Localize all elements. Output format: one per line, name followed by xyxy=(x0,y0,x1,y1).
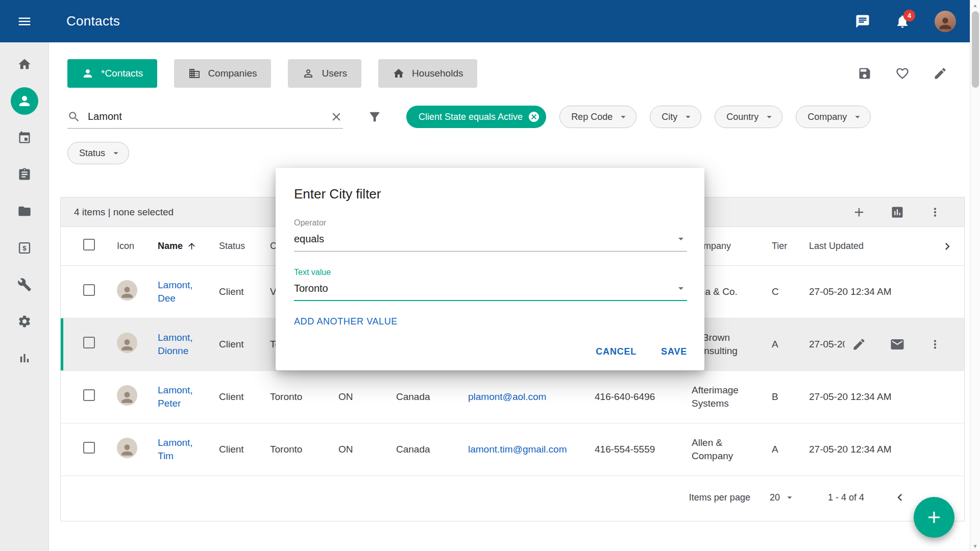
previous-page-button[interactable] xyxy=(893,490,907,505)
add-another-value-button[interactable]: ADD ANOTHER VALUE xyxy=(294,316,398,327)
wrench-icon xyxy=(17,278,32,292)
chart-view-button[interactable] xyxy=(890,205,904,219)
chip-company[interactable]: Company xyxy=(796,106,871,128)
close-icon xyxy=(330,110,343,123)
more-options-button[interactable] xyxy=(928,206,942,219)
search-input[interactable] xyxy=(88,111,323,122)
row-more-options-button[interactable] xyxy=(928,338,942,351)
add-column-button[interactable] xyxy=(852,205,866,219)
chip-client-state-active[interactable]: Client State equals Active xyxy=(406,106,546,128)
tab-companies[interactable]: Companies xyxy=(174,59,271,88)
last-updated-cell: 27-05-20 12:34 AM xyxy=(809,390,937,404)
contact-name-link[interactable]: Lamont, Dionne xyxy=(158,331,207,357)
header-tier[interactable]: Tier xyxy=(772,240,809,252)
last-updated-cell: 27-05-20 12:34 AM xyxy=(809,443,937,456)
sidebar-item-tasks[interactable] xyxy=(11,161,38,188)
chip-city[interactable]: City xyxy=(650,106,701,128)
select-all-checkbox[interactable] xyxy=(83,239,95,251)
scrollbar-thumb[interactable] xyxy=(972,11,979,88)
tab-contacts[interactable]: *Contacts xyxy=(67,59,157,88)
user-avatar[interactable] xyxy=(935,11,956,32)
search-filter-row: Client State equals Active Rep Code City… xyxy=(67,105,966,129)
email-contact-button[interactable] xyxy=(890,337,905,352)
header-status[interactable]: Status xyxy=(219,240,270,252)
tier-cell: A xyxy=(772,443,809,456)
company-cell: Afterimage Systems xyxy=(692,384,772,410)
row-checkbox[interactable] xyxy=(83,389,95,401)
sidebar-item-contacts[interactable] xyxy=(11,87,38,115)
tab-households[interactable]: Households xyxy=(378,59,477,88)
chip-label: Rep Code xyxy=(571,112,612,122)
chat-button[interactable] xyxy=(855,14,870,29)
contact-name-link[interactable]: Lamont, Dee xyxy=(158,279,207,305)
chevron-left-icon xyxy=(893,490,907,505)
chip-rep-code[interactable]: Rep Code xyxy=(559,106,636,128)
items-per-page-value: 20 xyxy=(770,492,780,503)
search-icon xyxy=(67,110,81,123)
operator-value: equals xyxy=(294,233,324,245)
chip-status[interactable]: Status xyxy=(67,142,129,164)
pencil-icon xyxy=(933,66,947,81)
header-icon[interactable]: Icon xyxy=(117,240,158,252)
row-checkbox[interactable] xyxy=(83,284,95,296)
chip-country[interactable]: Country xyxy=(715,106,782,128)
table-row[interactable]: Lamont, Tim Client Toronto ON Canada lam… xyxy=(61,423,964,476)
kebab-icon xyxy=(928,338,942,351)
status-cell: Client xyxy=(219,443,270,456)
header-last-updated[interactable]: Last Updated xyxy=(809,240,937,252)
contact-name-link[interactable]: Lamont, Tim xyxy=(158,436,207,462)
row-checkbox[interactable] xyxy=(83,337,95,348)
email-link[interactable]: lamont.tim@gmail.com xyxy=(468,444,567,455)
vertical-scrollbar[interactable]: ▲ ▼ xyxy=(970,0,980,551)
status-cell: Client xyxy=(219,338,270,351)
scroll-down-arrow-icon[interactable]: ▼ xyxy=(970,541,980,551)
email-link[interactable]: plamont@aol.com xyxy=(468,391,546,402)
sidebar-item-reports[interactable] xyxy=(11,344,38,372)
save-view-button[interactable] xyxy=(857,66,872,81)
scroll-columns-right-button[interactable] xyxy=(940,239,954,254)
contacts-icon xyxy=(17,93,32,109)
filter-chips-row-2: Status xyxy=(67,142,129,164)
sidebar-item-billing[interactable]: $ xyxy=(11,234,38,262)
header-name[interactable]: Name xyxy=(158,240,219,252)
text-value-input[interactable]: Toronto xyxy=(294,282,687,301)
entity-tabs: *Contacts Companies Users Households xyxy=(49,59,970,88)
sidebar-item-calendar[interactable] xyxy=(11,124,38,152)
table-pagination: Items per page 20 1 - 4 of 4 xyxy=(61,476,964,519)
tab-label: Users xyxy=(322,68,347,79)
notifications-button[interactable]: 4 xyxy=(895,14,910,29)
save-icon xyxy=(857,66,872,81)
filter-button[interactable] xyxy=(368,110,382,124)
city-cell: Toronto xyxy=(270,390,338,404)
save-button[interactable]: SAVE xyxy=(661,346,687,357)
operator-field: Operator equals xyxy=(294,218,687,252)
tab-users[interactable]: Users xyxy=(288,59,361,88)
cancel-button[interactable]: CANCEL xyxy=(596,346,636,357)
scroll-up-arrow-icon[interactable]: ▲ xyxy=(970,0,980,10)
dialog-title: Enter City filter xyxy=(294,186,687,202)
sidebar-item-home[interactable] xyxy=(11,51,38,78)
chip-label: Company xyxy=(807,112,847,122)
pencil-icon xyxy=(852,337,866,352)
contact-name-link[interactable]: Lamont, Peter xyxy=(158,384,207,410)
chip-cancel-icon[interactable] xyxy=(528,111,540,123)
sidebar-item-documents[interactable] xyxy=(11,197,38,225)
chevron-down-icon xyxy=(852,111,863,122)
edit-view-button[interactable] xyxy=(933,66,947,81)
favorite-button[interactable] xyxy=(895,66,910,81)
items-per-page-select[interactable]: 20 xyxy=(770,492,795,503)
pagination-range: 1 - 4 of 4 xyxy=(828,492,864,503)
operator-select[interactable]: equals xyxy=(294,233,687,252)
avatar xyxy=(117,438,137,458)
tab-label: Households xyxy=(412,68,463,79)
clipboard-icon xyxy=(17,167,32,182)
add-contact-fab[interactable] xyxy=(914,497,954,538)
table-row[interactable]: Lamont, Peter Client Toronto ON Canada p… xyxy=(61,371,964,423)
sidebar-item-tools[interactable] xyxy=(11,271,38,298)
clear-search-button[interactable] xyxy=(330,110,343,123)
mail-icon xyxy=(890,337,905,352)
sidebar-item-settings[interactable] xyxy=(11,308,38,335)
edit-contact-button[interactable] xyxy=(852,337,866,352)
row-checkbox[interactable] xyxy=(83,442,95,454)
menu-button[interactable] xyxy=(0,0,49,42)
